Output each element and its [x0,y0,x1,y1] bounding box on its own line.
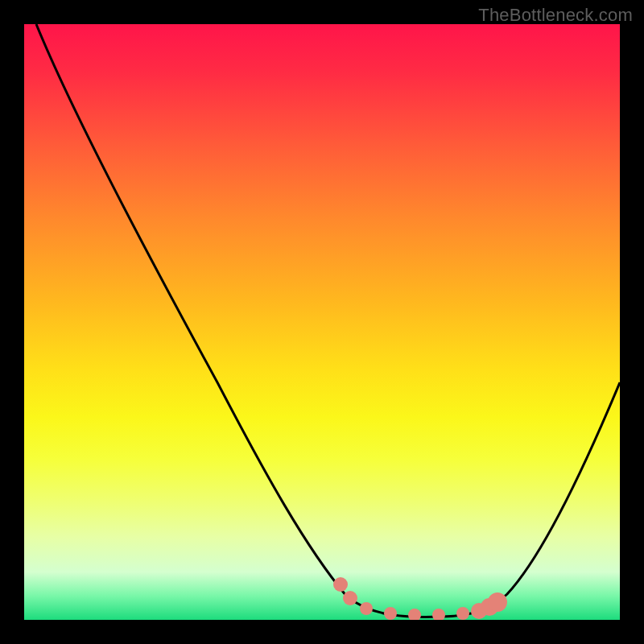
highlight-dot [333,577,348,592]
plot-area [24,24,620,620]
highlight-dot [432,609,445,620]
bottleneck-curve-svg [24,24,620,620]
highlight-dots-group [333,577,507,620]
highlight-dot [360,602,373,615]
highlight-dot [343,591,357,605]
highlight-dot [456,607,469,620]
bottleneck-curve-path [36,24,620,617]
highlight-dot [384,607,397,620]
highlight-dot [488,592,507,612]
watermark-text: TheBottleneck.com [478,5,633,26]
highlight-dot [408,609,421,620]
